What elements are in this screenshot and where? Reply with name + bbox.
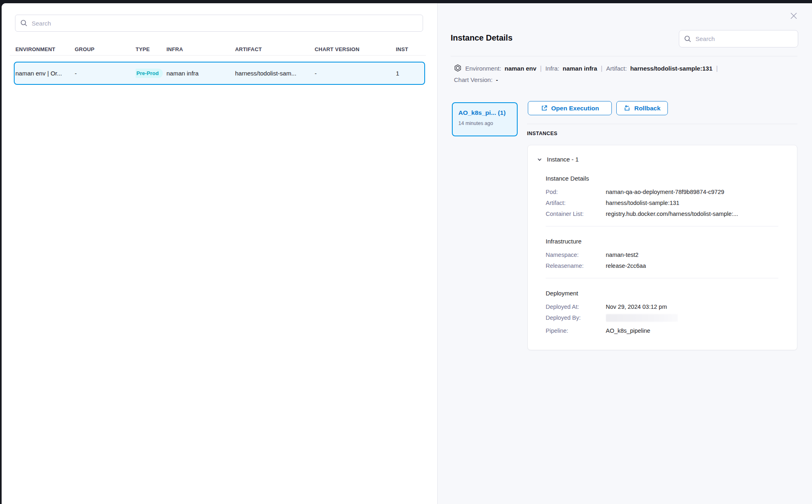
search-icon [20, 19, 28, 27]
execution-card[interactable]: AO_k8s_pi... (1) 14 minutes ago [452, 102, 518, 136]
col-infra: INFRA [166, 46, 235, 52]
external-link-icon [541, 105, 548, 112]
search-icon [684, 35, 691, 43]
rollback-button[interactable]: Rollback [616, 101, 668, 115]
table-header: ENVIRONMENT GROUP TYPE INFRA ARTIFACT CH… [15, 45, 423, 53]
artifact-value: harness/todolist-sample:131 [630, 65, 713, 72]
kv-deployed-by: Deployed By: [546, 312, 786, 325]
instances-heading: INSTANCES [527, 131, 557, 136]
close-icon[interactable] [788, 11, 799, 21]
environment-value: naman env [505, 65, 536, 72]
instance-card: Instance - 1 Instance Details Pod: naman… [527, 145, 797, 350]
chart-version-label: Chart Version: [454, 76, 492, 83]
deployment-summary: Environment: naman env|Infra: naman infr… [454, 63, 800, 86]
table-search[interactable] [15, 15, 423, 32]
chart-version-value: - [496, 76, 498, 83]
row-group: - [75, 70, 136, 77]
kv-deployed-at: Deployed At: Nov 29, 2024 03:12 pm [546, 302, 786, 312]
row-environment: naman env | Or... [15, 70, 75, 77]
environment-icon [454, 64, 462, 72]
execution-card-time: 14 minutes ago [458, 121, 511, 126]
instance-title: Instance - 1 [547, 156, 579, 163]
panel-title: Instance Details [451, 33, 512, 43]
row-chart-version: - [315, 70, 396, 77]
pre-prod-badge: Pre-Prod [136, 69, 163, 78]
row-artifact: harness/todolist-sam... [235, 70, 315, 77]
open-execution-button[interactable]: Open Execution [528, 101, 612, 115]
col-artifact: ARTIFACT [235, 46, 315, 52]
section-title-instance-details: Instance Details [546, 175, 786, 182]
row-infra: naman infra [166, 70, 235, 77]
section-divider [546, 278, 778, 278]
panel-search-input[interactable] [695, 35, 793, 42]
artifact-label: Artifact: [606, 65, 627, 72]
chevron-down-icon [537, 157, 542, 162]
section-divider [546, 226, 778, 226]
row-inst: 1 [396, 70, 424, 77]
kv-namespace: Namespace: naman-test2 [546, 250, 786, 261]
kv-pod: Pod: naman-qa-ao-deployment-78f9b89874-c… [546, 187, 786, 198]
infra-value: naman infra [563, 65, 597, 72]
col-group: GROUP [75, 46, 136, 52]
infra-label: Infra: [545, 65, 559, 72]
instance-collapse-toggle[interactable]: Instance - 1 [537, 156, 786, 163]
col-type: TYPE [136, 46, 166, 52]
kv-artifact: Artifact: harness/todolist-sample:131 [546, 198, 786, 209]
environment-label: Environment: [465, 65, 501, 72]
kv-container-list: Container List: registry.hub.docker.com/… [546, 209, 786, 220]
deployed-by-redacted [606, 314, 678, 322]
instance-details-panel: Instance Details Environment: naman env|… [438, 3, 812, 504]
col-inst: INST [396, 46, 423, 52]
row-type: Pre-Prod [136, 69, 166, 78]
instances-modal: ENVIRONMENT GROUP TYPE INFRA ARTIFACT CH… [2, 3, 812, 504]
execution-card-title: AO_k8s_pi... (1) [458, 109, 511, 116]
panel-search[interactable] [679, 30, 798, 47]
rollback-icon [624, 105, 631, 112]
table-search-input[interactable] [32, 20, 418, 27]
panel-header-divider [451, 56, 797, 56]
section-title-infrastructure: Infrastructure [546, 238, 786, 245]
table-header-divider [10, 55, 426, 56]
environments-list-pane: ENVIRONMENT GROUP TYPE INFRA ARTIFACT CH… [2, 3, 438, 504]
col-environment: ENVIRONMENT [15, 46, 75, 52]
kv-pipeline: Pipeline: AO_k8s_pipeline [546, 325, 786, 336]
col-chart-version: CHART VERSION [315, 46, 396, 52]
kv-releasename: Releasename: release-2cc6aa [546, 261, 786, 271]
table-row[interactable]: naman env | Or... - Pre-Prod naman infra… [14, 62, 425, 85]
instances-divider [527, 124, 797, 124]
section-title-deployment: Deployment [546, 290, 786, 297]
